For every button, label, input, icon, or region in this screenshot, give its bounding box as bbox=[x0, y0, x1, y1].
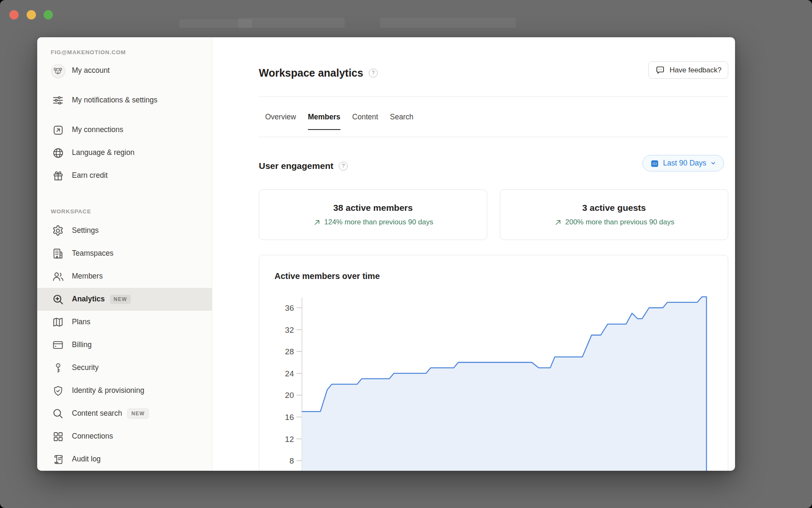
svg-text:20: 20 bbox=[285, 391, 294, 400]
sidebar-item-language-region[interactable]: Language & region bbox=[37, 141, 212, 164]
tab-content[interactable]: Content bbox=[352, 113, 378, 130]
page-title: Workspace analytics bbox=[259, 67, 363, 79]
svg-text:36: 36 bbox=[285, 304, 294, 312]
globe-icon bbox=[51, 147, 65, 159]
active-guests-change: 200% more than previous 90 days bbox=[554, 218, 675, 226]
new-badge: NEW bbox=[110, 295, 131, 304]
sidebar-item-teamspaces[interactable]: Teamspaces bbox=[37, 242, 212, 265]
tab-search[interactable]: Search bbox=[390, 113, 413, 130]
sidebar-item-content-search[interactable]: Content search NEW bbox=[37, 402, 212, 425]
key-icon bbox=[51, 362, 65, 374]
svg-text:24: 24 bbox=[285, 369, 294, 378]
users-icon bbox=[51, 271, 65, 283]
date-range-dropdown[interactable]: Last 90 Days bbox=[642, 155, 724, 171]
avatar bbox=[51, 64, 65, 78]
sidebar-item-label: Language & region bbox=[72, 148, 134, 157]
sidebar-item-label: Teamspaces bbox=[72, 248, 113, 258]
shield-check-icon bbox=[51, 385, 65, 397]
sidebar-item-label: Security bbox=[72, 363, 99, 373]
active-members-card: 38 active members 124% more than previou… bbox=[259, 189, 487, 240]
new-badge: NEW bbox=[127, 409, 149, 419]
sidebar-item-label: Billing bbox=[72, 340, 92, 350]
feedback-button-label: Have feedback? bbox=[669, 66, 721, 75]
search-icon bbox=[51, 408, 65, 420]
sidebar-item-label: Content search bbox=[72, 409, 122, 418]
sidebar-item-members[interactable]: Members bbox=[37, 265, 212, 288]
building-icon bbox=[51, 248, 65, 260]
sidebar-item-label: Members bbox=[72, 271, 103, 281]
settings-sidebar: FIG@MAKENOTION.COM My account bbox=[37, 37, 212, 471]
background-ui-ghost bbox=[380, 18, 516, 28]
account-email-heading: FIG@MAKENOTION.COM bbox=[37, 47, 212, 59]
date-range-label: Last 90 Days bbox=[663, 159, 706, 168]
svg-text:16: 16 bbox=[285, 413, 294, 422]
sidebar-item-connections[interactable]: Connections bbox=[37, 425, 212, 448]
dimmed-app-backdrop: FIG@MAKENOTION.COM My account bbox=[0, 0, 812, 508]
help-icon[interactable] bbox=[369, 69, 378, 77]
chevron-down-icon bbox=[710, 160, 716, 166]
help-icon[interactable] bbox=[339, 162, 348, 171]
sidebar-item-label: My connections bbox=[72, 125, 123, 135]
svg-text:8: 8 bbox=[289, 456, 294, 465]
tab-members[interactable]: Members bbox=[308, 113, 340, 130]
gear-icon bbox=[51, 224, 65, 237]
settings-modal: FIG@MAKENOTION.COM My account bbox=[37, 37, 735, 471]
active-guests-card: 3 active guests 200% more than previous … bbox=[500, 189, 728, 240]
svg-text:12: 12 bbox=[285, 435, 294, 444]
sidebar-item-identity-provisioning[interactable]: Identity & provisioning bbox=[37, 379, 212, 402]
sidebar-item-label: My notifications & settings bbox=[72, 95, 157, 105]
sidebar-item-audit-log[interactable]: Audit log bbox=[37, 448, 212, 471]
tabs-divider bbox=[259, 137, 728, 137]
sliders-icon bbox=[51, 94, 65, 106]
sidebar-item-settings[interactable]: Settings bbox=[37, 219, 212, 242]
gift-icon bbox=[51, 170, 65, 182]
sidebar-item-plans[interactable]: Plans bbox=[37, 311, 212, 334]
calendar-icon bbox=[650, 159, 659, 168]
user-engagement-heading: User engagement bbox=[259, 161, 333, 171]
zoom-in-icon bbox=[51, 293, 65, 306]
sidebar-item-label: My account bbox=[72, 66, 110, 75]
sidebar-item-security[interactable]: Security bbox=[37, 356, 212, 379]
sidebar-item-label: Identity & provisioning bbox=[72, 386, 144, 395]
sidebar-item-label: Analytics bbox=[72, 294, 105, 304]
tab-overview[interactable]: Overview bbox=[265, 113, 296, 130]
traffic-light-zoom[interactable] bbox=[44, 10, 53, 19]
credit-card-icon bbox=[51, 339, 65, 351]
sidebar-item-my-connections[interactable]: My connections bbox=[37, 119, 212, 141]
sidebar-item-earn-credit[interactable]: Earn credit bbox=[37, 164, 212, 187]
sidebar-item-label: Earn credit bbox=[72, 171, 108, 180]
active-members-area-chart: 812162024283236 bbox=[259, 255, 728, 471]
sidebar-item-label: Audit log bbox=[72, 454, 101, 464]
have-feedback-button[interactable]: Have feedback? bbox=[648, 61, 728, 79]
active-members-chart-card: Active members over time 812162024283236 bbox=[259, 255, 728, 471]
scroll-icon bbox=[51, 454, 65, 465]
map-icon bbox=[51, 316, 65, 328]
trend-up-icon bbox=[554, 218, 562, 226]
sidebar-item-label: Plans bbox=[72, 317, 91, 327]
workspace-heading: WORKSPACE bbox=[37, 204, 212, 219]
svg-text:32: 32 bbox=[285, 326, 294, 334]
analytics-tabs: Overview Members Content Search bbox=[265, 113, 414, 130]
traffic-light-close[interactable] bbox=[9, 10, 19, 19]
arrow-up-right-square-icon bbox=[51, 124, 65, 136]
sidebar-item-my-account[interactable]: My account bbox=[37, 59, 212, 82]
svg-text:28: 28 bbox=[285, 347, 294, 356]
grid-icon bbox=[51, 431, 65, 442]
trend-up-icon bbox=[313, 218, 321, 226]
sidebar-item-label: Connections bbox=[72, 431, 113, 441]
sidebar-item-billing[interactable]: Billing bbox=[37, 334, 212, 356]
sidebar-item-label: Settings bbox=[72, 226, 99, 235]
sidebar-item-notifications-settings[interactable]: My notifications & settings bbox=[37, 82, 212, 119]
feedback-bubble-icon bbox=[655, 65, 665, 75]
active-guests-value: 3 active guests bbox=[582, 203, 646, 213]
sidebar-item-analytics[interactable]: Analytics NEW bbox=[37, 288, 212, 311]
header-divider bbox=[259, 97, 728, 97]
background-ui-ghost bbox=[238, 18, 345, 28]
active-members-value: 38 active members bbox=[333, 203, 413, 213]
analytics-main-panel: Workspace analytics Have feedback? bbox=[212, 37, 735, 471]
active-members-change: 124% more than previous 90 days bbox=[313, 218, 433, 226]
traffic-light-minimize[interactable] bbox=[27, 10, 36, 19]
